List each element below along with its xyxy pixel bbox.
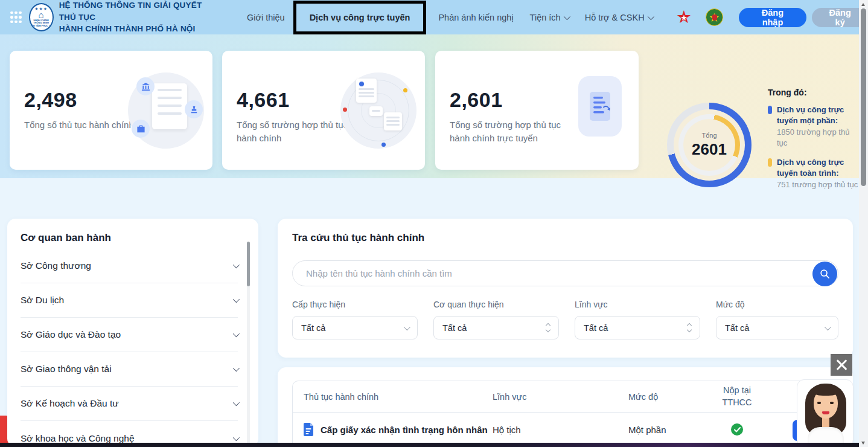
- filter-select-co-quan-thuc-hien[interactable]: Tất cả: [433, 316, 559, 339]
- top-navigation-bar: ★★★ ⌂ HÀNH CHÍNH THÔNG MINHTẬN TÂM PHỤC …: [0, 0, 868, 34]
- legend-item-full: Dịch vụ công trực tuyến toàn trình: 751 …: [768, 157, 860, 190]
- procedure-field: Hộ tịch: [493, 413, 521, 446]
- check-icon: [731, 423, 743, 436]
- chevron-down-icon: [233, 434, 240, 440]
- bank-icon: [136, 77, 155, 95]
- virtual-assistant-avatar[interactable]: [797, 379, 854, 447]
- login-button[interactable]: Đăng nhập: [739, 8, 807, 27]
- chevron-down-icon: [233, 262, 240, 268]
- chevron-down-icon: [233, 296, 240, 303]
- legend-label: Dịch vụ công trực tuyến một phần:: [777, 105, 860, 127]
- filter-label: Cấp thực hiện: [292, 300, 418, 309]
- sidebar-item-so-giao-duc[interactable]: Sở Giáo dục và Đào tạo: [21, 318, 238, 352]
- sidebar-item-so-ke-hoach[interactable]: Sở Kế hoạch và Đầu tư: [21, 387, 238, 421]
- search-bar: [292, 260, 838, 286]
- chevron-down-icon: [233, 365, 240, 371]
- legend-title: Trong đó:: [768, 88, 860, 97]
- statistics-band: 2,498 Tổng số thủ tục hành chính 4,661 T…: [0, 34, 868, 178]
- chevron-down-icon: [233, 399, 240, 406]
- stat-card-total-cases: 4,661 Tổng số trường hợp thủ tục hành ch…: [222, 51, 425, 170]
- app-grid-icon[interactable]: [10, 11, 22, 24]
- procedure-search-panel: Tra cứu thủ tục hành chính Cấp thực hiện…: [278, 219, 853, 358]
- procedure-level: Một phần: [628, 413, 666, 446]
- chevron-down-icon: [647, 13, 654, 19]
- filter-co-quan-thuc-hien: Cơ quan thực hiện Tất cả: [433, 300, 559, 339]
- table-row[interactable]: Cấp giấy xác nhận tình trạng hôn nhân Hộ…: [293, 413, 838, 446]
- page: ★★★ ⌂ HÀNH CHÍNH THÔNG MINHTẬN TÂM PHỤC …: [0, 0, 868, 447]
- nav-tien-ich[interactable]: Tiện ích: [530, 13, 569, 22]
- sidebar-item-so-cong-thuong[interactable]: Sở Công thương: [21, 249, 238, 283]
- chevron-down-icon: [825, 323, 831, 330]
- search-title: Tra cứu thủ tục hành chính: [292, 232, 424, 244]
- legend-item-partial: Dịch vụ công trực tuyến một phần: 1850 t…: [768, 105, 860, 149]
- filter-label: Mức độ: [716, 300, 838, 309]
- scroll-up-arrow-icon[interactable]: [861, 3, 865, 6]
- legend-value: 1850 trường hợp thủ tục: [777, 127, 849, 147]
- stamp-icon: [185, 100, 203, 118]
- nav-dich-vu-cong-truc-tuyen[interactable]: Dịch vụ công trực tuyến: [310, 13, 410, 22]
- page-footer-edge: [0, 443, 859, 447]
- partner-logos: ★★ ★: [675, 8, 723, 26]
- filter-label: Lĩnh vực: [575, 300, 700, 309]
- column-header-field: Lĩnh vực: [493, 381, 526, 413]
- agency-list: Sở Công thương Sở Du lịch Sở Giáo dục và…: [21, 249, 238, 447]
- close-assistant-button[interactable]: [831, 354, 852, 376]
- filter-select-linh-vuc[interactable]: Tất cả: [575, 316, 700, 339]
- chevron-down-icon: [563, 13, 570, 19]
- scrollbar-thumb[interactable]: [861, 8, 866, 186]
- stat-card-online-cases: 2,601 Tổng số trường hợp thủ tục hành ch…: [435, 51, 639, 170]
- close-icon: [835, 359, 847, 371]
- sidebar-item-so-du-lich[interactable]: Sở Du lịch: [21, 283, 238, 318]
- logo-pavilion-icon: ⌂: [39, 11, 44, 19]
- search-input[interactable]: [306, 261, 807, 286]
- filter-label: Cơ quan thực hiện: [433, 300, 559, 309]
- search-button[interactable]: [812, 262, 837, 286]
- filter-select-cap-thuc-hien[interactable]: Tất cả: [292, 316, 418, 339]
- nav-ho-tro-cskh[interactable]: Hỗ trợ & CSKH: [585, 13, 653, 22]
- stat-value: 2,601: [450, 88, 503, 112]
- security-emblem-icon[interactable]: ★: [706, 8, 723, 26]
- sidebar-item-so-giao-thong[interactable]: Sở Giao thông vận tải: [21, 352, 238, 387]
- focus-highlight-box: Dịch vụ công trực tuyến: [293, 1, 427, 34]
- column-header-procedure: Thủ tục hành chính: [304, 381, 378, 413]
- legend-label: Dịch vụ công trực tuyến toàn trình:: [777, 157, 860, 179]
- chevron-down-icon: [233, 330, 240, 337]
- browser-scrollbar[interactable]: [859, 0, 868, 447]
- filter-linh-vuc: Lĩnh vực Tất cả: [575, 300, 700, 339]
- site-logo[interactable]: ★★★ ⌂ HÀNH CHÍNH THÔNG MINHTẬN TÂM PHỤC …: [29, 3, 54, 31]
- donut-center-label: Tổng: [701, 132, 716, 139]
- procedure-name[interactable]: Cấp giấy xác nhận tình trạng hôn nhân: [321, 413, 488, 446]
- filter-select-muc-do[interactable]: Tất cả: [716, 316, 838, 339]
- documents-illustration: [128, 72, 204, 149]
- document-sync-illustration: [578, 76, 622, 137]
- chevron-down-icon: [404, 323, 410, 330]
- main-nav: Giới thiệu Dịch vụ công trực tuyến Phản …: [247, 1, 653, 34]
- legend-dot-blue: [768, 106, 772, 114]
- donut-center-value: 2601: [692, 140, 727, 159]
- nav-phan-anh-kien-nghi[interactable]: Phản ánh kiến nghị: [438, 13, 513, 22]
- search-icon: [820, 269, 830, 279]
- national-public-service-icon[interactable]: ★★: [675, 8, 693, 26]
- stat-value: 4,661: [237, 88, 290, 112]
- donut-legend: Trong đó: Dịch vụ công trực tuyến một ph…: [768, 88, 860, 198]
- filter-muc-do: Mức độ Tất cả: [716, 300, 838, 339]
- issuing-agency-panel: Cơ quan ban hành Sở Công thương Sở Du lị…: [7, 219, 258, 447]
- document-icon: [302, 423, 314, 440]
- table-header-row: Thủ tục hành chính Lĩnh vực Mức độ Nộp t…: [293, 381, 838, 413]
- column-header-level: Mức độ: [628, 381, 658, 413]
- scroll-down-arrow-icon[interactable]: [861, 442, 865, 445]
- donut-chart: Tổng 2601: [667, 103, 752, 187]
- stat-card-total-procedures: 2,498 Tổng số thủ tục hành chính: [10, 51, 212, 170]
- procedure-results-panel: Thủ tục hành chính Lĩnh vực Mức độ Nộp t…: [278, 367, 853, 447]
- nav-gioi-thieu[interactable]: Giới thiệu: [247, 13, 285, 22]
- column-header-submit-at: Nộp tại TTHCC: [709, 381, 765, 413]
- briefcase-icon: [132, 120, 150, 138]
- sort-arrows-icon: [546, 324, 550, 332]
- logo-tagline: HÀNH CHÍNH THÔNG MINHTẬN TÂM PHỤC VỤ: [30, 19, 53, 28]
- sort-arrows-icon: [688, 324, 691, 332]
- sidebar-scrollbar[interactable]: [247, 242, 250, 447]
- site-title: HỆ THỐNG THÔNG TIN GIẢI QUYẾT THỦ TỤCHÀN…: [59, 0, 218, 35]
- orbit-illustration: [340, 72, 416, 149]
- legend-value: 751 trường hợp thủ tục: [777, 180, 858, 189]
- sidebar-title: Cơ quan ban hành: [21, 232, 111, 244]
